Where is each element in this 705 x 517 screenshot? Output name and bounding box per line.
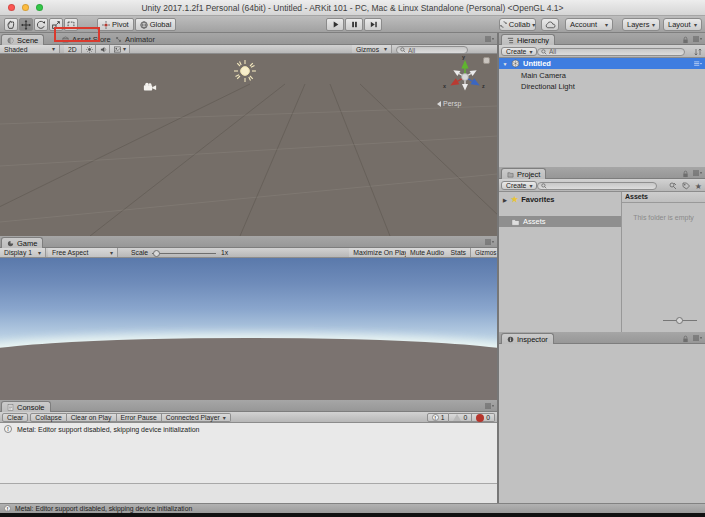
- orientation-gizmo[interactable]: y x z: [442, 56, 488, 100]
- project-create-dropdown[interactable]: Create ▾: [501, 181, 537, 190]
- assets-folder-row[interactable]: Assets: [499, 216, 621, 227]
- layout-label: Layout: [668, 20, 691, 29]
- scene-effects-dropdown[interactable]: ▾: [110, 45, 130, 53]
- hierarchy-search-input[interactable]: [549, 48, 681, 55]
- 2d-toggle[interactable]: 2D: [64, 45, 82, 53]
- project-column-divider[interactable]: [621, 192, 622, 332]
- hierarchy-sort-icon[interactable]: [694, 48, 702, 56]
- step-button[interactable]: [364, 18, 382, 31]
- game-panel-menu-icon[interactable]: [485, 239, 494, 246]
- project-lock-icon[interactable]: [682, 170, 689, 178]
- error-filter-toggle[interactable]: 0: [472, 413, 495, 422]
- mute-audio-toggle[interactable]: Mute Audio: [406, 248, 449, 257]
- collapse-toggle[interactable]: Collapse: [30, 413, 66, 422]
- maximize-on-play-toggle[interactable]: Maximize On Play: [349, 248, 413, 257]
- console-log-entry[interactable]: ! Metal: Editor support disabled, skippi…: [0, 423, 497, 435]
- console-log-area: ! Metal: Editor support disabled, skippi…: [0, 423, 497, 503]
- tab-project[interactable]: Project: [501, 168, 546, 179]
- assets-column-header: Assets: [622, 192, 705, 203]
- tab-console[interactable]: Console: [1, 401, 51, 412]
- scene-lock-icon[interactable]: [483, 57, 490, 64]
- play-button[interactable]: [326, 18, 344, 31]
- display-dropdown[interactable]: Display 1 ▾: [0, 248, 46, 257]
- foldout-icon[interactable]: ▶: [502, 197, 508, 203]
- project-search-field[interactable]: [537, 182, 657, 190]
- game-viewport[interactable]: [0, 258, 497, 400]
- scale-slider-handle[interactable]: [153, 250, 160, 257]
- scene-gizmos-dropdown[interactable]: Gizmos ▾: [352, 45, 392, 53]
- scene-search-input[interactable]: [408, 47, 464, 54]
- collab-dropdown[interactable]: Collab ▾: [499, 18, 536, 31]
- inspector-panel-menu-icon[interactable]: [693, 335, 702, 342]
- zoom-window-button[interactable]: [36, 4, 43, 11]
- hierarchy-item-directional-light[interactable]: Directional Light: [499, 81, 705, 92]
- collab-icon: [500, 21, 507, 28]
- step-icon: [369, 20, 378, 29]
- camera-gizmo-icon[interactable]: [143, 82, 157, 91]
- hand-tool-button[interactable]: [4, 18, 18, 31]
- thumbnail-size-slider[interactable]: [663, 316, 697, 324]
- hierarchy-panel-menu-icon[interactable]: [693, 36, 702, 43]
- tab-game[interactable]: Game: [1, 237, 43, 248]
- console-panel-menu-icon[interactable]: [485, 403, 494, 410]
- shading-mode-dropdown[interactable]: Shaded ▾: [0, 45, 60, 53]
- scene-panel-menu-icon[interactable]: [485, 36, 494, 43]
- pause-icon: [350, 20, 359, 29]
- hand-tool-icon: [6, 20, 16, 30]
- scale-tool-button[interactable]: [49, 18, 63, 31]
- game-gizmos-dropdown[interactable]: Gizmos ▾: [471, 248, 497, 257]
- hierarchy-lock-icon[interactable]: [682, 36, 689, 44]
- project-panel-menu-icon[interactable]: [693, 170, 702, 177]
- scene-viewport[interactable]: y x z Persp: [0, 54, 497, 236]
- tab-scene[interactable]: Scene: [1, 34, 44, 45]
- hierarchy-tabstrip: Hierarchy: [499, 33, 705, 45]
- error-pause-toggle[interactable]: Error Pause: [117, 413, 162, 422]
- search-by-type-icon[interactable]: [669, 182, 677, 190]
- chevron-down-icon: ▾: [123, 46, 126, 52]
- rotate-tool-button[interactable]: [34, 18, 48, 31]
- tab-inspector[interactable]: Inspector: [501, 333, 554, 344]
- scene-search-field[interactable]: [396, 46, 468, 54]
- scene-gizmos-label: Gizmos: [356, 46, 379, 53]
- hierarchy-search-field[interactable]: [537, 48, 685, 56]
- status-bar[interactable]: ! Metal: Editor support disabled, skippi…: [0, 503, 705, 513]
- aspect-dropdown[interactable]: Free Aspect ▾: [48, 248, 118, 257]
- close-window-button[interactable]: [8, 4, 15, 11]
- layers-dropdown[interactable]: Layers ▾: [622, 18, 660, 31]
- scene-context-menu-icon[interactable]: [694, 61, 702, 67]
- scene-audio-toggle[interactable]: [96, 45, 110, 53]
- search-by-label-icon[interactable]: [682, 182, 690, 190]
- layout-dropdown[interactable]: Layout ▾: [663, 18, 702, 31]
- pause-button[interactable]: [345, 18, 363, 31]
- tab-asset-store[interactable]: Asset Store: [57, 34, 116, 45]
- slider-handle[interactable]: [676, 317, 683, 324]
- hierarchy-item-untitled[interactable]: ▼ Untitled: [499, 58, 705, 69]
- project-search-input[interactable]: [549, 182, 653, 189]
- directional-light-gizmo-icon[interactable]: [233, 59, 257, 83]
- scale-slider-track[interactable]: [152, 253, 216, 254]
- minimize-window-button[interactable]: [22, 4, 29, 11]
- clear-button[interactable]: Clear: [2, 413, 28, 422]
- playmode-controls: [326, 18, 383, 31]
- inspector-lock-icon[interactable]: [682, 335, 689, 343]
- move-tool-button[interactable]: [19, 18, 33, 31]
- maximize-on-play-label: Maximize On Play: [353, 249, 408, 256]
- cloud-services-button[interactable]: [541, 18, 559, 31]
- account-dropdown[interactable]: Account ▾: [565, 18, 613, 31]
- hierarchy-create-dropdown[interactable]: Create ▾: [501, 47, 537, 56]
- rect-tool-button[interactable]: [64, 18, 78, 31]
- hierarchy-item-main-camera[interactable]: Main Camera: [499, 70, 705, 81]
- info-filter-toggle[interactable]: ! 1: [427, 413, 450, 422]
- clear-on-play-toggle[interactable]: Clear on Play: [67, 413, 117, 422]
- scene-lighting-toggle[interactable]: [82, 45, 96, 53]
- foldout-icon[interactable]: ▼: [502, 61, 508, 67]
- persp-mode-button[interactable]: Persp: [437, 100, 461, 107]
- tab-animator[interactable]: Animator: [110, 34, 160, 45]
- favorites-filter-icon[interactable]: ★: [695, 182, 702, 191]
- stats-toggle[interactable]: Stats: [447, 248, 472, 257]
- warning-filter-toggle[interactable]: 0: [449, 413, 472, 422]
- tab-hierarchy[interactable]: Hierarchy: [501, 34, 555, 45]
- pivot-toggle-button[interactable]: Pivot: [97, 18, 134, 31]
- global-toggle-button[interactable]: Global: [135, 18, 177, 31]
- connected-player-dropdown[interactable]: Connected Player ▾: [162, 413, 231, 422]
